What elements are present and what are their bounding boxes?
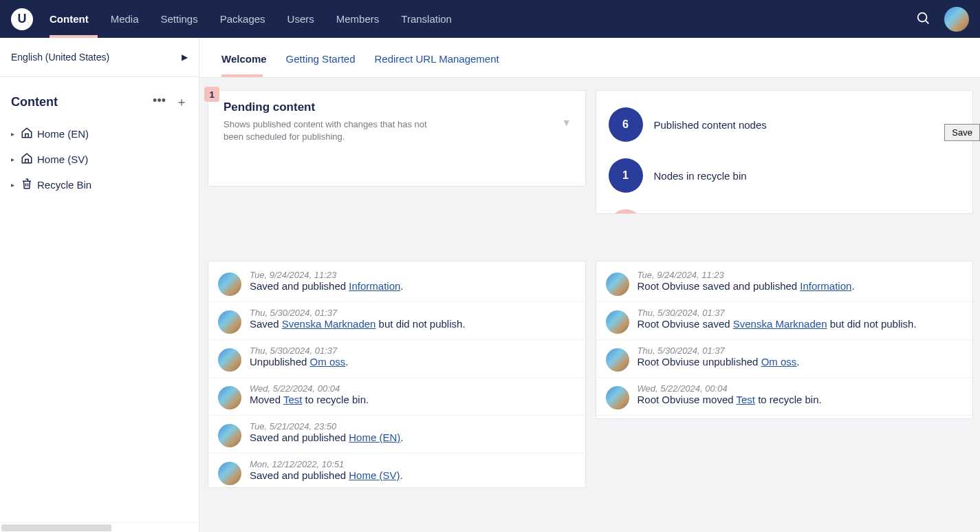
activity-avatar bbox=[218, 310, 241, 334]
activity-time: Wed, 5/22/2024, 00:04 bbox=[250, 383, 576, 394]
activity-link[interactable]: Svenska Marknaden bbox=[733, 318, 827, 330]
activity-avatar bbox=[218, 273, 241, 296]
tab-getting-started[interactable]: Getting Started bbox=[286, 53, 356, 65]
more-icon[interactable]: ••• bbox=[153, 94, 166, 110]
activity-item: Tue, 5/21/2024, 23:50Root Obviuse saved … bbox=[596, 416, 973, 419]
activity-avatar bbox=[606, 310, 629, 334]
caret-icon: ▸ bbox=[11, 130, 17, 138]
nav-members[interactable]: Members bbox=[336, 2, 380, 36]
activity-link[interactable]: Home (EN) bbox=[349, 432, 400, 443]
activity-time: Tue, 9/24/2024, 11:23 bbox=[250, 270, 576, 280]
activity-item: Tue, 9/24/2024, 11:23Root Obviuse saved … bbox=[596, 264, 973, 302]
activity-text: Root Obviuse saved and published Informa… bbox=[638, 280, 963, 292]
activity-time: Thu, 5/30/2024, 01:37 bbox=[638, 308, 963, 318]
tree-label: Home (EN) bbox=[37, 128, 89, 140]
dropdown-caret-icon[interactable]: ▼ bbox=[562, 117, 571, 128]
activity-link[interactable]: Test bbox=[283, 394, 303, 405]
home-icon bbox=[21, 127, 33, 141]
activity-item: Thu, 5/30/2024, 01:37Root Obviuse saved … bbox=[596, 302, 973, 340]
activity-avatar bbox=[218, 424, 241, 447]
tree-item[interactable]: ▸Home (SV) bbox=[6, 147, 199, 172]
activity-avatar bbox=[218, 462, 241, 485]
tab-redirect-url-management[interactable]: Redirect URL Management bbox=[375, 53, 499, 65]
content-tree: ▸Home (EN)▸Home (SV)▸Recycle Bin bbox=[0, 118, 199, 198]
all-activity-card: Tue, 9/24/2024, 11:23Root Obviuse saved … bbox=[596, 261, 974, 419]
language-selector[interactable]: English (United States) ▶ bbox=[0, 38, 199, 77]
activity-time: Tue, 9/24/2024, 11:23 bbox=[638, 270, 963, 280]
stat-row: 6Published content nodes bbox=[609, 99, 961, 150]
logo[interactable]: U bbox=[11, 8, 33, 30]
caret-icon: ▸ bbox=[11, 156, 17, 163]
activity-avatar bbox=[606, 273, 629, 296]
activity-link[interactable]: Information bbox=[800, 280, 851, 292]
stat-count: 6 bbox=[609, 107, 643, 142]
stat-row: 0Members on website bbox=[609, 201, 961, 214]
tree-label: Recycle Bin bbox=[37, 179, 91, 191]
activity-item: Mon, 12/12/2022, 10:51Saved and publishe… bbox=[208, 454, 585, 488]
stats-card: 6Published content nodes1Nodes in recycl… bbox=[596, 90, 974, 214]
activity-text: Saved and published Information. bbox=[250, 280, 576, 292]
top-bar: U ContentMediaSettingsPackagesUsersMembe… bbox=[0, 0, 980, 38]
trash-icon bbox=[21, 178, 33, 192]
my-activity-card: Tue, 9/24/2024, 11:23Saved and published… bbox=[208, 261, 586, 488]
nav-users[interactable]: Users bbox=[287, 2, 314, 36]
add-icon[interactable]: ＋ bbox=[175, 94, 188, 110]
language-label: English (United States) bbox=[11, 52, 109, 63]
activity-link[interactable]: Om oss bbox=[310, 356, 346, 368]
pending-title: Pending content bbox=[224, 100, 574, 114]
svg-point-0 bbox=[918, 13, 927, 22]
home-icon bbox=[21, 152, 33, 167]
activity-link[interactable]: Om oss bbox=[761, 356, 797, 368]
top-nav: ContentMediaSettingsPackagesUsersMembers… bbox=[50, 2, 452, 36]
activity-item: Tue, 9/24/2024, 11:23Saved and published… bbox=[208, 264, 585, 302]
activity-link[interactable]: Information bbox=[349, 280, 400, 292]
nav-translation[interactable]: Translation bbox=[401, 2, 452, 36]
svg-line-1 bbox=[926, 21, 928, 23]
sidebar: English (United States) ▶ Content ••• ＋ … bbox=[0, 38, 199, 532]
activity-item: Thu, 5/30/2024, 01:37Root Obviuse unpubl… bbox=[596, 340, 973, 378]
stat-row: 1Nodes in recycle bin bbox=[609, 150, 961, 201]
tree-label: Home (SV) bbox=[37, 153, 88, 165]
activity-text: Root Obviuse unpublished Om oss. bbox=[638, 356, 963, 368]
save-button[interactable]: Save bbox=[944, 124, 980, 141]
activity-link[interactable]: Home (SV) bbox=[349, 469, 400, 481]
activity-text: Unpublished Om oss. bbox=[250, 356, 576, 368]
activity-text: Moved Test to recycle bin. bbox=[250, 394, 576, 405]
tree-item[interactable]: ▸Recycle Bin bbox=[6, 172, 199, 198]
tree-item[interactable]: ▸Home (EN) bbox=[6, 121, 199, 147]
activity-link[interactable]: Svenska Marknaden bbox=[282, 318, 376, 330]
activity-text: Root Obviuse saved Svenska Marknaden but… bbox=[638, 318, 963, 330]
activity-text: Saved and published Home (EN). bbox=[250, 432, 576, 443]
activity-item: Tue, 5/21/2024, 23:50Saved and published… bbox=[208, 416, 585, 454]
chevron-right-icon: ▶ bbox=[182, 52, 188, 62]
pending-desc: Shows published content with changes tha… bbox=[224, 118, 444, 143]
activity-link[interactable]: Test bbox=[736, 394, 755, 405]
sidebar-scrollbar[interactable] bbox=[0, 522, 199, 532]
activity-time: Thu, 5/30/2024, 01:37 bbox=[638, 345, 963, 356]
activity-time: Thu, 5/30/2024, 01:37 bbox=[250, 345, 576, 356]
activity-avatar bbox=[606, 348, 629, 372]
nav-content[interactable]: Content bbox=[50, 2, 89, 36]
user-avatar[interactable] bbox=[944, 7, 969, 32]
nav-packages[interactable]: Packages bbox=[220, 2, 265, 36]
activity-item: Thu, 5/30/2024, 01:37Saved Svenska Markn… bbox=[208, 302, 585, 340]
activity-avatar bbox=[606, 386, 629, 409]
sidebar-title: Content bbox=[11, 95, 58, 109]
content-tabs: WelcomeGetting StartedRedirect URL Manag… bbox=[199, 38, 980, 78]
pending-content-card[interactable]: 1 Pending content Shows published conten… bbox=[208, 90, 586, 187]
activity-time: Mon, 12/12/2022, 10:51 bbox=[250, 459, 576, 469]
tab-welcome[interactable]: Welcome bbox=[221, 53, 267, 65]
activity-item: Thu, 5/30/2024, 01:37Unpublished Om oss. bbox=[208, 340, 585, 378]
search-icon[interactable] bbox=[915, 10, 930, 28]
stat-label: Nodes in recycle bin bbox=[654, 170, 747, 182]
nav-media[interactable]: Media bbox=[111, 2, 139, 36]
activity-avatar bbox=[218, 386, 241, 409]
nav-settings[interactable]: Settings bbox=[161, 2, 198, 36]
activity-item: Wed, 5/22/2024, 00:04Root Obviuse moved … bbox=[596, 378, 973, 416]
pending-badge: 1 bbox=[204, 87, 219, 102]
main-panel: WelcomeGetting StartedRedirect URL Manag… bbox=[199, 38, 980, 532]
stat-label: Published content nodes bbox=[654, 119, 767, 131]
activity-time: Tue, 5/21/2024, 23:50 bbox=[250, 421, 576, 432]
activity-text: Root Obviuse moved Test to recycle bin. bbox=[638, 394, 963, 405]
activity-item: Wed, 5/22/2024, 00:04Moved Test to recyc… bbox=[208, 378, 585, 416]
